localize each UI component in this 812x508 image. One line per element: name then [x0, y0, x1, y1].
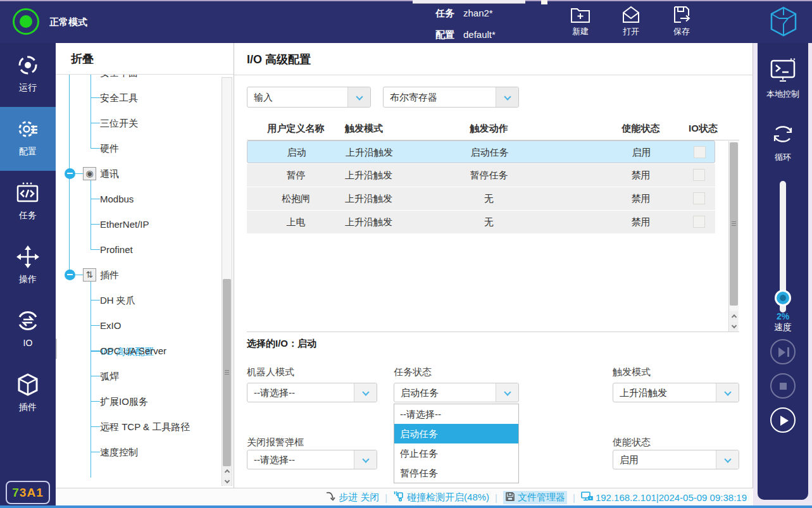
cell-enable-state: 禁用 — [582, 187, 699, 210]
tree-branch-tick — [91, 249, 100, 250]
nav-item-io[interactable]: IO — [0, 299, 56, 362]
table-row[interactable]: 松抱闸 上升沿触发 无 禁用 — [247, 187, 715, 210]
dropdown-option[interactable]: --请选择-- — [394, 404, 518, 424]
tree-item[interactable]: ◉ 通讯 — [56, 161, 219, 187]
cell-name: 启动 — [247, 141, 346, 164]
chevron-down-icon — [354, 383, 377, 402]
tree-item-label: 三位开关 — [100, 111, 138, 136]
robot-mode-value: --请选择-- — [254, 383, 295, 402]
collapse-node-icon[interactable] — [65, 168, 75, 179]
io-direction-select[interactable]: 输入 — [247, 87, 371, 108]
step-toggle[interactable]: 步进 关闭 — [325, 491, 379, 504]
tree-item[interactable]: 硬件 — [56, 136, 219, 161]
io-icon — [0, 309, 56, 333]
tree-branch-tick — [91, 376, 100, 376]
save-icon — [664, 5, 699, 24]
nav-item-run[interactable]: 运行 — [0, 43, 56, 107]
loop-icon — [758, 120, 808, 148]
collapse-all-button[interactable]: 折叠 — [71, 51, 94, 66]
save-button[interactable]: 保存 — [664, 5, 699, 37]
network-icon — [581, 491, 593, 504]
cell-enable-state: 禁用 — [582, 164, 699, 187]
robot-mode-select[interactable]: --请选择-- — [247, 383, 377, 402]
local-control-button[interactable]: 本地控制 — [758, 57, 808, 100]
tree-item[interactable]: 三位开关 — [56, 111, 219, 136]
cell-trigger-mode: 上升沿触发 — [345, 164, 421, 187]
tree-item[interactable]: 安全工具 — [56, 85, 219, 111]
scroll-up-button[interactable] — [730, 311, 738, 321]
new-button[interactable]: 新建 — [563, 5, 598, 37]
io-state-checkbox[interactable] — [693, 192, 705, 204]
dropdown-option[interactable]: 启动任务 — [394, 424, 518, 443]
speed-slider-knob[interactable] — [775, 290, 791, 306]
trigger-mode-value: 上升沿触发 — [620, 383, 667, 402]
enable-state-label: 使能状态 — [613, 437, 651, 449]
nav-item-operate[interactable]: 操作 — [0, 235, 56, 299]
scroll-up-button[interactable] — [223, 466, 231, 476]
tree-item[interactable]: EtherNet/IP — [56, 212, 219, 237]
col-io-state: IO状态 — [675, 117, 732, 140]
tree-node-icon: ◉ — [83, 167, 96, 180]
step-forward-button[interactable] — [770, 339, 796, 364]
tree-item[interactable]: Profinet — [56, 237, 219, 263]
tree-item-label: 通讯 — [100, 161, 119, 187]
trigger-mode-select[interactable]: 上升沿触发 — [613, 383, 739, 402]
tree-item-label: EtherNet/IP — [100, 212, 149, 237]
tree-item[interactable]: 速度控制 — [56, 440, 219, 465]
nav-item-plugin[interactable]: 插件 — [0, 362, 56, 426]
config-tree-panel: 安全平面 安全工具 三位开关 — [56, 43, 234, 488]
chevron-down-icon — [716, 383, 739, 402]
stop-button[interactable] — [770, 373, 796, 399]
task-state-select[interactable]: 启动任务 — [394, 383, 519, 402]
io-state-checkbox[interactable] — [694, 146, 706, 158]
file-manager-button[interactable]: 文件管理器 — [503, 491, 567, 504]
tree-item-label: 远程 TCP & 工具路径 — [100, 414, 190, 440]
io-state-checkbox[interactable] — [693, 216, 705, 228]
cell-trigger-action: 无 — [421, 187, 557, 210]
table-row[interactable]: 启动 上升沿触发 启动任务 启用 — [247, 140, 715, 163]
tree-item[interactable]: 扩展IO服务 — [56, 389, 219, 414]
dropdown-option[interactable]: 暂停任务 — [394, 463, 518, 483]
tree-item[interactable]: ⇅ 插件 — [56, 263, 219, 288]
collision-detect-toggle[interactable]: 碰撞检测开启(48%) — [393, 491, 489, 504]
tree-branch-tick — [91, 300, 100, 300]
table-row[interactable]: 上电 上升沿触发 无 禁用 — [247, 211, 715, 233]
table-scrollbar-thumb[interactable] — [730, 142, 738, 306]
tree-scrollbar-thumb[interactable] — [223, 279, 231, 466]
operate-icon — [0, 245, 56, 269]
tree-item[interactable]: ExIO — [56, 313, 219, 338]
tree-item[interactable]: DH 夹爪 — [56, 288, 219, 313]
io-state-checkbox[interactable] — [693, 169, 705, 181]
local-control-icon — [758, 57, 808, 85]
plugin-icon — [0, 373, 56, 397]
table-header: 用户定义名称 触发模式 触发动作 使能状态 IO状态 — [247, 117, 728, 140]
tree-item[interactable]: OPC UA Server — [56, 338, 219, 364]
nav-item-task[interactable]: 任务 — [0, 171, 56, 235]
scroll-down-button[interactable] — [223, 476, 231, 486]
cell-enable-state: 禁用 — [582, 211, 699, 233]
play-button[interactable] — [770, 407, 796, 433]
network-status[interactable]: 192.168.2.101|2024-05-09 09:38:19 — [581, 491, 747, 504]
chevron-down-icon — [716, 450, 739, 469]
loop-button[interactable]: 循环 — [758, 120, 808, 163]
table-row[interactable]: 暂停 上升沿触发 暂停任务 禁用 — [247, 164, 715, 187]
collapse-node-icon[interactable] — [65, 269, 75, 280]
close-alarm-select[interactable]: --请选择-- — [247, 450, 377, 469]
tree-item[interactable]: 远程 TCP & 工具路径 — [56, 414, 219, 440]
register-type-select[interactable]: 布尔寄存器 — [383, 87, 519, 108]
tree-branch-tick — [91, 401, 100, 402]
nav-item-config[interactable]: 配置 — [0, 107, 56, 171]
open-button[interactable]: 打开 — [613, 5, 649, 37]
tree-item-label: 硬件 — [100, 136, 119, 161]
tree-scrollbar[interactable] — [222, 77, 232, 486]
config-name-row: 配置default* — [435, 29, 496, 41]
io-direction-value: 输入 — [254, 87, 273, 107]
enable-state-select[interactable]: 启用 — [613, 450, 739, 469]
tree-item[interactable]: 弧焊 — [56, 364, 219, 389]
table-scrollbar[interactable] — [728, 141, 739, 331]
tree-items: 安全平面 安全工具 三位开关 — [56, 60, 219, 465]
scroll-down-button[interactable] — [730, 321, 738, 331]
tree-node-icon: ⇅ — [83, 268, 96, 282]
dropdown-option[interactable]: 停止任务 — [394, 443, 518, 463]
tree-item[interactable]: Modbus — [56, 187, 219, 212]
